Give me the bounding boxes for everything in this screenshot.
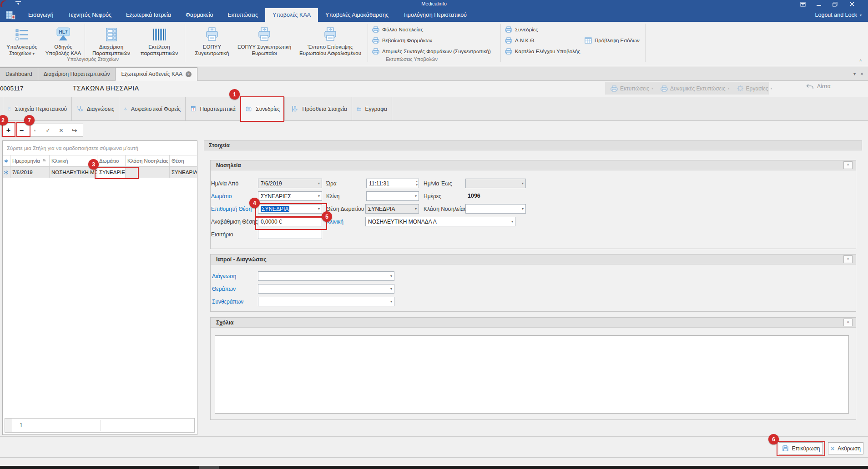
printer-icon — [372, 26, 379, 33]
tasks-button-disabled[interactable]: Εργασίες ▾ — [734, 85, 775, 92]
x-icon: × — [59, 126, 63, 134]
cell-imerominia[interactable]: 7/6/2019 — [10, 167, 50, 178]
check-icon: ✓ — [45, 127, 50, 134]
room-position-combobox[interactable]: ΣΥΝΕΔΡΙΑ ▾ — [365, 204, 419, 214]
cancel-changes-button[interactable]: × — [55, 124, 68, 136]
chevron-down-icon: ▾ — [771, 86, 772, 90]
back-arrow-icon — [805, 83, 814, 90]
tab-asfalistikoi-foreis[interactable]: Ασφαλιστικοί Φορείς — [119, 97, 186, 120]
add-record-button[interactable]: + — [2, 124, 15, 136]
hl7-icon: HL7 — [55, 25, 71, 44]
doc-tab-dashboard[interactable]: Dashboard — [0, 67, 38, 80]
menu-tab-eisagogi[interactable]: Εισαγωγή — [21, 8, 61, 22]
ribbon-button-entypo-episkepsis[interactable]: Έντυπο Επίσκεψης Ευρωπαίου Ασφαλισμένου — [296, 24, 365, 63]
cell-domatio[interactable]: ΣΥΝΕΔΡΙΕΣ — [97, 167, 126, 178]
column-header-domatio[interactable]: Δωμάτιο — [97, 155, 126, 166]
tab-parapemptika[interactable]: Παραπεμπτικά — [186, 97, 241, 120]
close-button[interactable] — [846, 1, 858, 7]
comments-textarea[interactable] — [215, 335, 849, 414]
ribbon-button-eopyy-sygkentrotiki[interactable]: ΕΟΠΥΥ Συγκεντρωτική — [190, 24, 234, 63]
menu-tab-farmakeio[interactable]: Φαρμακείο — [178, 8, 220, 22]
date-from-combobox[interactable]: 7/6/2019 ▾ — [258, 179, 322, 188]
printer-icon — [257, 25, 272, 44]
room-combobox[interactable]: ΣΥΝΕΔΡΙΕΣ ▾ — [258, 191, 322, 201]
tab-stoixeia-peristatikou[interactable]: Στοιχεία Περιστατικού — [3, 97, 72, 120]
ribbon-button-eopyy-sygkentrotiki-europaioi[interactable]: ΕΟΠΥΥ Συγκεντρωτική Ευρωπαίοι — [236, 24, 293, 63]
chevron-down-icon: ▾ — [390, 299, 392, 304]
confirm-button[interactable]: Επικύρωση — [779, 442, 823, 454]
record-count: 1 — [12, 422, 23, 429]
doc-tab-diaxeirisi-parapemptikon[interactable]: Διαχείριση Παραπεμπτικών — [38, 67, 116, 80]
ribbon-button-synedries-print[interactable]: Συνεδρίες — [505, 25, 538, 35]
menu-tab-ypovoles-aimokatharsis[interactable]: Υποβολές Αιμοκάθαρσης — [318, 8, 396, 22]
co-attending-doctor-combobox[interactable]: ▾ — [258, 297, 394, 306]
menu-tab-texnitos-nefros[interactable]: Τεχνητός Νεφρός — [61, 8, 119, 22]
group-by-hint[interactable]: Σύρετε μια Στήλη για να ομαδοποιήσετε σύ… — [3, 141, 197, 155]
menu-tab-ektyposeis[interactable]: Εκτυπώσεις — [220, 8, 265, 22]
ribbon-separator — [645, 24, 646, 62]
printer-icon — [372, 48, 379, 55]
tab-diagnoseis[interactable]: Διαγνώσεις — [72, 97, 119, 120]
accept-changes-button[interactable]: ✓ — [41, 124, 55, 136]
tab-synedries[interactable]: Συνεδρίες — [241, 97, 285, 121]
close-tab-icon[interactable]: × — [186, 71, 192, 77]
date-to-combobox[interactable]: ▾ — [465, 179, 526, 188]
attending-doctor-combobox[interactable]: ▾ — [258, 284, 394, 294]
collapse-group-button[interactable]: ^ — [843, 161, 853, 169]
label-thesi-domatiou: Θέση Δωματίου — [326, 206, 364, 212]
app-icon[interactable] — [0, 8, 21, 22]
care-class-combobox[interactable]: ▾ — [465, 204, 526, 214]
collapse-group-button[interactable]: ^ — [843, 319, 853, 326]
edit-record-button[interactable]: ▴ — [28, 124, 41, 136]
column-header-thesi[interactable]: Θέση — [170, 155, 197, 166]
menu-tab-exoterika-iatreia[interactable]: Εξωτερικά Ιατρεία — [119, 8, 178, 22]
printouts-button-disabled[interactable]: Εκτυπώσεις ▾ — [608, 85, 656, 92]
ribbon-button-provlepsi-esodon[interactable]: Πρόβλεψη Εσόδων — [585, 35, 640, 45]
ribbon-collapse-icon[interactable]: ^ — [859, 59, 862, 64]
refresh-button[interactable]: ↪ — [68, 124, 81, 136]
back-to-list-button[interactable]: Λίστα — [805, 83, 831, 90]
tab-prostheta-stoixeia[interactable]: Πρόσθετα Στοιχεία — [287, 97, 352, 120]
group-title: Ιατροί - Διαγνώσεις — [216, 256, 267, 263]
tab-list-dropdown-icon[interactable]: ▾ — [853, 71, 856, 76]
dynamic-printouts-button-disabled[interactable]: Δυναμικές Εκτυπώσεις ▾ — [658, 85, 732, 92]
spin-down-icon[interactable]: ▾ — [416, 183, 418, 187]
menu-tab-ypovoles-kaa[interactable]: Υποβολές ΚΑΑ — [265, 8, 318, 22]
ticket-field[interactable] — [258, 230, 322, 239]
delete-record-button[interactable]: − — [15, 124, 28, 136]
logout-and-lock-button[interactable]: Logout and Lock ▾ — [809, 8, 868, 22]
position-upgrade-field[interactable]: 0,0000 € — [258, 217, 322, 226]
menu-tab-timologisi-peristatikou[interactable]: Τιμολόγηση Περιστατικού — [396, 8, 474, 22]
desired-position-combobox[interactable]: ΣΥΝΕΔΡΙΑ ▾ — [258, 204, 322, 214]
bed-combobox[interactable]: ▾ — [366, 191, 419, 201]
cancel-button[interactable]: × Ακύρωση — [828, 442, 863, 454]
close-document-icon[interactable]: × — [860, 71, 863, 77]
ribbon-button-fyllo-nosileias[interactable]: Φύλλο Νοσηλείας — [372, 25, 423, 35]
tab-eggrafa[interactable]: Εγγραφα — [352, 97, 392, 120]
collapse-group-button[interactable]: ^ — [843, 255, 853, 263]
logout-label: Logout and Lock — [815, 12, 857, 18]
ribbon-button-atomikes-syntages[interactable]: Ατομικές Συνταγές Φαρμάκων (Συγκεντρωτικ… — [372, 46, 491, 56]
ribbon-pin-icon[interactable] — [797, 1, 809, 7]
clinic-combobox[interactable]: ΝΟΣΗΛΕΥΤΙΚΗ ΜΟΝΑΔΑ Α ▾ — [365, 217, 515, 226]
ribbon-button-vevaiosi-farmakon[interactable]: Βεβαίωση Φαρμάκων — [372, 35, 432, 45]
annotation-circle-1: 1 — [229, 89, 240, 100]
time-spinner-field[interactable]: 11:11:31 ▴▾ — [366, 179, 419, 188]
diagnosis-combobox[interactable]: ▾ — [258, 271, 394, 281]
restore-button[interactable] — [829, 1, 841, 7]
column-header-imerominia[interactable]: Ημερομηνία — [10, 155, 50, 166]
save-icon — [782, 445, 789, 452]
column-header-klasi-nosileias[interactable]: Κλάση Νοσηλείας — [126, 155, 170, 166]
annotation-circle-6: 6 — [768, 434, 779, 444]
cell-thesi[interactable]: ΣΥΝΕΔΡΙΑ — [170, 167, 197, 178]
cell-klasi-nosileias[interactable] — [126, 167, 170, 178]
titlebar: ▾ Medicalinfo — [0, 0, 868, 8]
minimize-button[interactable] — [813, 1, 825, 7]
doc-tab-exoterikoi-astheneis-kaa[interactable]: Εξωτερικοί Ασθενείς ΚΑΑ × — [116, 67, 197, 81]
ribbon-button-dnkth[interactable]: Δ.Ν.Κ.Θ. — [505, 35, 535, 45]
grid-row-selected[interactable]: 7/6/2019 ΝΟΣΗΛΕΥΤΙΚΗ ΜΟΝΑ ΣΥΝΕΔΡΙΕΣ ΣΥΝΕ… — [3, 167, 197, 178]
ribbon-button-kartela-elegxou[interactable]: Καρτέλα Ελέγχου Υποβολής — [505, 46, 580, 56]
ribbon-button-ypologismos-stoixeion[interactable]: Υπολογισμός Στοιχείων▾ — [4, 24, 40, 63]
ribbon-button-ektelesi-parapemptikon[interactable]: Εκτέλεση παραπεμπτικών — [136, 24, 182, 63]
spin-up-icon[interactable]: ▴ — [416, 180, 418, 183]
